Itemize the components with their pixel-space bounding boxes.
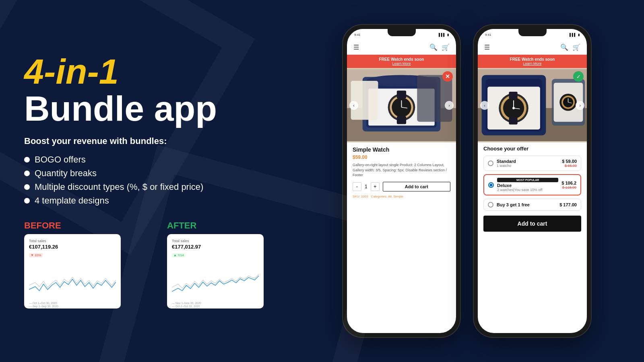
phone2-offer-bogo[interactable]: Buy 3 get 1 free $ 177.00 (483, 199, 581, 211)
phone2-choose-offer-title: Choose your offer (478, 142, 587, 154)
phone2-standard-name: Standard (497, 159, 559, 164)
phone1-search-icon[interactable]: 🔍 (429, 43, 438, 51)
phone1-status-icons: ▌▌▌ ▮ (439, 33, 449, 37)
phone1-promo-text: FREE Watch ends soon (379, 57, 424, 62)
phone-1: 9:41 ▌▌▌ ▮ ☰ 🔍 🛒 FREE Watch en (342, 24, 461, 338)
svg-rect-14 (417, 75, 452, 121)
phone1-cart-icon[interactable]: 🛒 (442, 43, 450, 51)
after-label: AFTER (167, 220, 298, 231)
bullet-dot-2 (24, 171, 30, 176)
after-chart-block: AFTER Total sales €177,012.97 ▲ 7/14 — N… (167, 220, 298, 309)
phone2-deluxe-name: Deluxe (497, 183, 558, 188)
phone2-product-image-svg (478, 68, 587, 142)
after-chart-amount: €177,012.97 (172, 244, 259, 250)
phone1-qty-minus[interactable]: - (353, 182, 361, 191)
phone2-most-popular-badge: MOST POPULAR (497, 178, 558, 182)
after-chart-badge: ▲ 7/14 (172, 253, 186, 257)
phone1-time: 9:41 (354, 33, 361, 37)
before-chart-card: Total sales €107,119.26 ▼ 10% — Oct 1–Oc… (24, 234, 121, 309)
phone2-bogo-price-col: $ 177.00 (559, 202, 577, 207)
phone2-search-icon[interactable]: 🔍 (560, 43, 568, 51)
phone1-next-arrow[interactable]: › (445, 101, 454, 110)
before-chart-legend: — Oct 1–Oct 30, 2020 — Sep 1–Sep 30, 202… (29, 302, 116, 308)
phone2-standard-old-price: $ 65.99 (562, 164, 577, 168)
phone1-nav-bar: ☰ 🔍 🛒 (347, 40, 456, 55)
svg-rect-28 (509, 92, 517, 99)
phone2-status-icons: ▌▌▌ ▮ (570, 33, 580, 37)
phone1-product-meta: SKU: 1003 Categories: All, Simple (353, 195, 450, 198)
left-panel: 4-in-1 Bundle app Boost your revenue wit… (24, 54, 298, 309)
before-chart-block: BEFORE Total sales €107,119.26 ▼ 10% — O… (24, 220, 155, 309)
phone1-add-to-cart-button[interactable]: Add to cart (383, 182, 450, 191)
phone2-promo-banner: FREE Watch ends soon Learn More (478, 55, 587, 68)
phone1-learn-more[interactable]: Learn More (349, 62, 454, 66)
phone1-signal-icon: ▌▌▌ (439, 33, 446, 37)
before-chart-title: Total sales (29, 239, 116, 243)
phone2-radio-deluxe[interactable] (488, 182, 494, 188)
after-chart-title: Total sales (172, 239, 259, 243)
phone2-learn-more[interactable]: Learn More (479, 62, 585, 66)
phone1-product-price: $59.00 (353, 154, 450, 160)
phone2-add-to-cart-button[interactable]: Add to cart (483, 216, 581, 232)
phone2-header-icons: 🔍 🛒 (560, 43, 580, 51)
phone2-time: 9:41 (485, 33, 491, 37)
phone1-promo-banner: FREE Watch ends soon Learn More (347, 55, 456, 68)
phones-section: 9:41 ▌▌▌ ▮ ☰ 🔍 🛒 FREE Watch en (314, 16, 620, 346)
bullet-item-4: 4 template designs (24, 195, 298, 206)
phone2-deluxe-price: $ 106.2 (561, 181, 576, 185)
before-chart-badge: ▼ 10% (29, 253, 43, 257)
before-label: BEFORE (24, 220, 155, 231)
phone1-product-image: ‹ › ✕ (347, 68, 456, 142)
phone2-deluxe-price-col: $ 106.2 $ 118.00 (561, 181, 576, 189)
phone2-radio-bogo[interactable] (488, 202, 493, 208)
before-after-section: BEFORE Total sales €107,119.26 ▼ 10% — O… (24, 220, 298, 309)
phone1-product-image-svg (347, 68, 456, 142)
phone2-radio-standard[interactable] (488, 160, 493, 166)
bullet-item-3: Multiple discount types (%, $ or fixed p… (24, 182, 298, 192)
before-chart-svg (29, 259, 116, 299)
phone2-deluxe-sub: 2 watches|You save 10% off (497, 188, 558, 192)
bullet-dot-1 (24, 157, 30, 162)
bullet-item-2: Quantity breaks (24, 168, 298, 179)
bullet-list: BOGO offers Quantity breaks Multiple dis… (24, 154, 298, 206)
phone2-offer-bogo-info: Buy 3 get 1 free (497, 202, 556, 207)
page-container: 4-in-1 Bundle app Boost your revenue wit… (0, 0, 644, 362)
headline: 4-in-1 (24, 54, 298, 89)
phone1-inner: 9:41 ▌▌▌ ▮ ☰ 🔍 🛒 FREE Watch en (347, 29, 456, 333)
phone2-bogo-name: Buy 3 get 1 free (497, 202, 556, 207)
svg-rect-12 (397, 90, 406, 98)
phone2-offer-deluxe[interactable]: MOST POPULAR Deluxe 2 watches|You save 1… (483, 174, 581, 195)
phone1-menu-icon[interactable]: ☰ (353, 43, 359, 51)
phone1-product-info: Simple Watch $59.00 Gallery-on-right lay… (347, 142, 456, 333)
phone1-qty-value: 1 (365, 184, 367, 189)
after-chart-legend: — Nov 1–Nov 30, 2020 — Oct 2–Oct 31, 202… (172, 302, 259, 308)
phone2-next-arrow[interactable]: › (576, 101, 584, 110)
phone2-check-button[interactable]: ✓ (573, 71, 584, 82)
phone1-qty-plus[interactable]: + (371, 182, 380, 191)
phone2-cart-icon[interactable]: 🛒 (572, 43, 580, 51)
phone2-standard-price-col: $ 59.00 $ 65.99 (562, 159, 577, 168)
after-chart-card: Total sales €177,012.97 ▲ 7/14 — Nov 1–N… (167, 234, 264, 309)
phone2-deluxe-old-price: $ 118.00 (561, 185, 576, 189)
phone2-menu-icon[interactable]: ☰ (484, 43, 490, 51)
phone1-prev-arrow[interactable]: ‹ (349, 101, 358, 110)
bullet-dot-3 (24, 184, 30, 190)
phone1-qty-row: - 1 + Add to cart (353, 182, 450, 191)
phone-2: 9:41 ▌▌▌ ▮ ☰ 🔍 🛒 FREE Watch en (473, 24, 592, 338)
phone2-notch (518, 29, 547, 36)
svg-point-27 (512, 107, 515, 109)
before-chart-amount: €107,119.26 (29, 244, 116, 250)
svg-rect-29 (509, 117, 517, 124)
phone2-standard-price: $ 59.00 (562, 159, 577, 164)
phone2-bogo-price: $ 177.00 (559, 202, 577, 207)
phone2-signal-icon: ▌▌▌ (570, 33, 576, 37)
phone2-offer-standard[interactable]: Standard 1 watcho $ 59.00 $ 65.99 (483, 156, 581, 171)
phone2-standard-sub: 1 watcho (497, 164, 559, 168)
phone2-battery-icon: ▮ (578, 33, 580, 37)
phone1-close-button[interactable]: ✕ (442, 71, 453, 82)
phone1-header-icons: 🔍 🛒 (429, 43, 450, 51)
svg-rect-15 (351, 81, 378, 120)
phone2-prev-arrow[interactable]: ‹ (480, 101, 489, 110)
subtitle: Bundle app (24, 91, 298, 126)
phone2-product-image: ‹ › ✓ (478, 68, 587, 142)
